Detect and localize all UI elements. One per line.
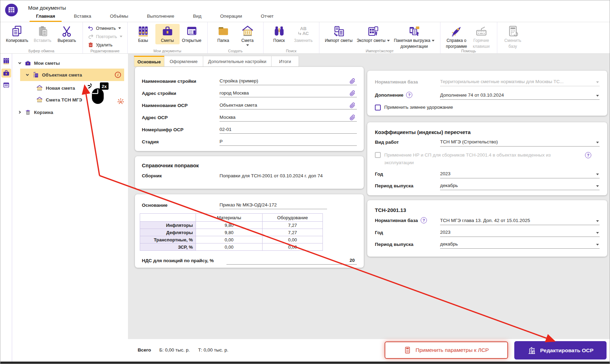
osr-number-field[interactable]: 02-01 xyxy=(220,127,357,134)
tsn-year-row: Год 2023 xyxy=(375,230,600,237)
tree-item-new-estimate[interactable]: Новая смета xyxy=(36,83,75,93)
tsn-normative-dropdown[interactable]: ТСН МГЭ глава 13. Доп. 42 от 15.01.2025 xyxy=(440,218,600,225)
corrections-title: Справочник поправок xyxy=(142,162,357,168)
chevron-down-icon[interactable] xyxy=(18,61,22,65)
stage-field[interactable]: Р xyxy=(220,139,357,146)
winter-checkbox-row[interactable]: Применить зимнее удорожание xyxy=(375,105,600,110)
undo-button[interactable]: Отменить xyxy=(86,25,124,32)
collection-value[interactable]: Поправки для ТСН-2001 от 03.10.2024 г. д… xyxy=(220,173,323,178)
ribbon-tab-main[interactable]: Главная xyxy=(27,12,65,22)
create-folder-button[interactable]: Папка xyxy=(211,24,235,44)
period-dropdown[interactable]: декабрь xyxy=(440,183,600,190)
app-title: Мои документы xyxy=(28,5,66,11)
books-icon xyxy=(137,25,149,37)
delete-button[interactable]: Удалить xyxy=(86,41,124,48)
tree-item-trash[interactable]: Корзина xyxy=(18,107,53,117)
cell-value[interactable]: 0,00 xyxy=(263,243,323,251)
rail-bases-button[interactable] xyxy=(1,56,11,65)
toolbar-group-changebase: Сменить базу xyxy=(497,22,529,53)
ribbon-tab-operations[interactable]: Операции xyxy=(211,12,251,22)
tsn-2001-13-card: ТСН-2001.13 Нормативная база? ТСН МГЭ гл… xyxy=(367,200,607,257)
tab-main[interactable]: Основные xyxy=(134,56,164,67)
redo-button: Повторить xyxy=(86,33,124,40)
paperclip-icon[interactable] xyxy=(350,78,355,84)
info-icon[interactable]: i xyxy=(115,72,121,78)
undo-dropdown-caret[interactable] xyxy=(118,27,121,29)
basis-card: Основание Приказ № МКЭ-ОД/24-172 Материа… xyxy=(135,194,364,268)
addition-dropdown[interactable]: Дополнение 74 от 03.10.2024 xyxy=(440,92,600,100)
normative-base-dropdown: Территориальные сметные нормативы для Мо… xyxy=(440,79,600,86)
cell-value[interactable]: 9,80 xyxy=(196,229,263,236)
paperclip-icon[interactable] xyxy=(350,90,355,96)
year-dropdown[interactable]: 2023 xyxy=(440,171,600,178)
cell-value[interactable]: 0,00 xyxy=(263,236,323,243)
apply-parameters-button[interactable]: Применить параметры к ЛСР xyxy=(385,341,508,359)
edit-osr-button[interactable]: Редактировать ОСР xyxy=(514,341,607,359)
chevron-down-icon[interactable] xyxy=(596,95,599,97)
chevron-down-icon[interactable] xyxy=(596,232,599,234)
cut-button[interactable]: Вырезать xyxy=(55,24,79,44)
app-logo-icon xyxy=(5,3,18,17)
ribbon-tab-insert[interactable]: Вставка xyxy=(65,12,101,22)
tab-totals[interactable]: Итоги xyxy=(272,56,299,67)
ribbon-tab-execution[interactable]: Выполнение xyxy=(138,12,184,22)
search-button[interactable]: Поиск xyxy=(267,24,291,44)
tree-item-tsn-mge-estimate[interactable]: Смета ТСН МГЭ xyxy=(36,95,82,105)
construction-address-field[interactable]: город Москва xyxy=(220,90,357,97)
cell-value[interactable]: 9,80 xyxy=(196,222,263,229)
cell-value[interactable]: 7,27 xyxy=(263,222,323,229)
export-estimate-button[interactable]: Экспорт сметы xyxy=(355,24,392,44)
chevron-right-icon[interactable] xyxy=(18,110,22,114)
chevron-down-icon[interactable] xyxy=(25,73,29,77)
rail-estimates-button[interactable] xyxy=(1,69,11,78)
chevron-down-icon[interactable] xyxy=(596,185,599,187)
batch-export-caret[interactable] xyxy=(432,40,435,42)
vat-field[interactable]: 20 xyxy=(226,258,357,265)
ribbon-tab-bar: Главная Вставка Объёмы Выполнение Вид Оп… xyxy=(27,12,283,22)
cell-value[interactable]: 0,00 xyxy=(196,243,263,251)
toolbar-group-find: Поиск АВ АС Заменить Поиск xyxy=(264,22,319,53)
estimates-button[interactable]: Сметы xyxy=(155,24,180,44)
group-label-create: Создать xyxy=(208,49,263,53)
cell-value[interactable]: 7,27 xyxy=(263,229,323,236)
help-icon[interactable]: ? xyxy=(406,92,412,98)
chevron-down-icon[interactable] xyxy=(596,220,599,222)
copy-button[interactable]: Копировать xyxy=(4,24,31,44)
construction-name-field[interactable]: Стройка (пример) xyxy=(220,78,357,85)
osr-name-field[interactable]: Объектная смета xyxy=(220,103,357,109)
ribbon-tab-volumes[interactable]: Объёмы xyxy=(101,12,138,22)
help-icon[interactable]: ? xyxy=(421,217,427,223)
paperclip-icon[interactable] xyxy=(350,115,355,121)
paperclip-icon[interactable] xyxy=(350,103,355,108)
tree-item-my-estimates[interactable]: Мои сметы xyxy=(18,58,60,68)
export-caret[interactable] xyxy=(387,40,390,42)
table-row: Дефляторы 9,80 7,27 xyxy=(140,229,323,236)
cell-value[interactable]: 0,00 xyxy=(196,236,263,243)
tree-item-object-estimate-selected[interactable]: Объектная смета i xyxy=(20,69,124,81)
replace-button: АВ АС Заменить xyxy=(291,24,316,44)
winter-checkbox[interactable] xyxy=(375,105,381,110)
paste-button: Вставить xyxy=(31,24,55,44)
chevron-down-icon[interactable] xyxy=(596,244,599,246)
create-estimate-button[interactable]: Смета xyxy=(235,24,260,47)
opened-button[interactable]: Открытые xyxy=(180,24,204,44)
help-icon[interactable]: ? xyxy=(585,152,591,158)
coefficients-card: Коэффициенты (индексы) пересчета Вид раб… xyxy=(367,122,607,195)
about-button[interactable]: Справка о программе xyxy=(444,24,469,50)
import-estimate-button[interactable]: Импорт сметы xyxy=(323,24,355,44)
tab-advanced-settings[interactable]: Дополнительные настройки xyxy=(203,56,272,67)
tab-design[interactable]: Оформление xyxy=(164,56,203,67)
basis-field[interactable]: Приказ № МКЭ-ОД/24-172 xyxy=(220,202,327,209)
work-type-dropdown[interactable]: ТСН МГЭ (Строительство) xyxy=(440,139,600,147)
ribbon-tab-report[interactable]: Отчет xyxy=(251,12,283,22)
batch-export-button[interactable]: Пакетная выгрузка документации xyxy=(392,24,437,50)
chevron-down-icon[interactable] xyxy=(596,174,599,175)
rail-opened-button[interactable] xyxy=(1,81,11,90)
chevron-down-icon[interactable] xyxy=(596,142,599,143)
create-estimate-caret[interactable] xyxy=(246,44,249,46)
tsn-period-dropdown[interactable]: декабрь xyxy=(440,241,600,249)
bases-button[interactable]: Базы xyxy=(131,24,155,44)
tsn-year-dropdown[interactable]: 2023 xyxy=(440,230,600,237)
ribbon-tab-view[interactable]: Вид xyxy=(183,12,211,22)
osr-address-field[interactable]: Москва xyxy=(220,115,357,122)
